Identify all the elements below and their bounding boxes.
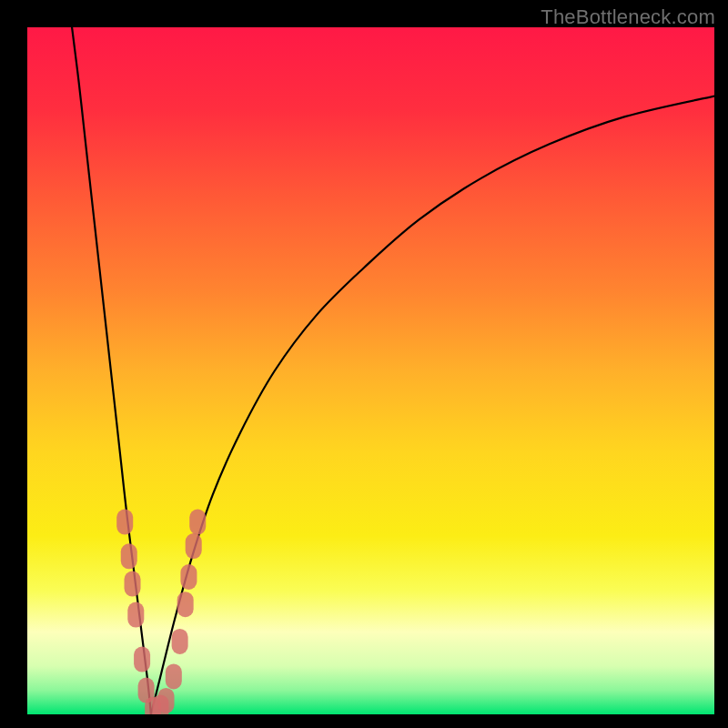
marker-point: [116, 510, 133, 535]
marker-point: [134, 647, 150, 672]
watermark-label: TheBottleneck.com: [541, 5, 715, 29]
plot-area: [27, 27, 714, 714]
curves-layer: [27, 27, 714, 714]
marker-point: [166, 663, 182, 689]
marker-point: [186, 533, 202, 559]
marker-point: [172, 629, 188, 654]
marker-point: [177, 592, 194, 617]
marker-point: [127, 602, 144, 628]
marker-point: [125, 571, 141, 597]
curve-right-branch: [151, 96, 714, 715]
marker-point: [158, 688, 175, 713]
marker-point: [121, 543, 137, 569]
chart-frame: TheBottleneck.com: [0, 0, 728, 728]
marker-point: [189, 510, 206, 535]
marker-point: [180, 564, 197, 590]
